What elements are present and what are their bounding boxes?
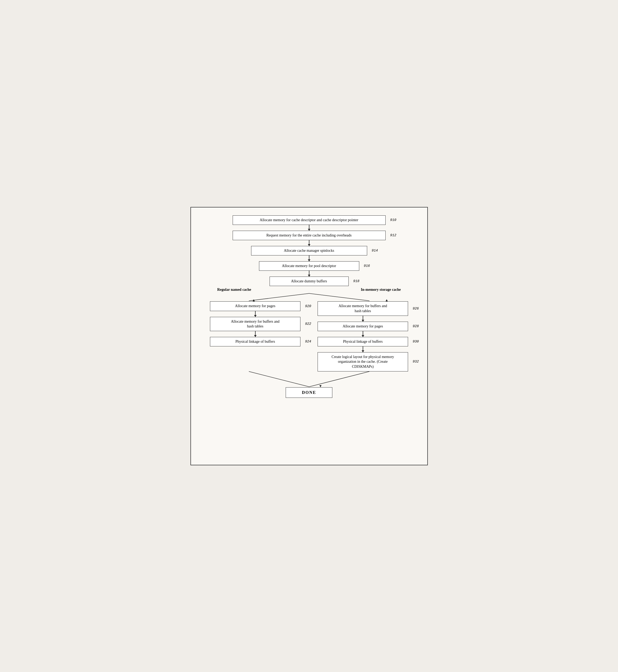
box-932: Create logical layout for physical memor… [318, 352, 408, 372]
arrow-914-916 [309, 255, 309, 261]
ref-918: 918 [353, 279, 359, 284]
fork-svg [202, 293, 417, 301]
box-920: Allocate memory for pages 920 [210, 301, 300, 311]
box-912: Request memory for the entire cache incl… [233, 231, 386, 240]
svg-marker-3 [386, 299, 388, 301]
ref-914: 914 [372, 249, 378, 253]
diagram: Allocate memory for cache descriptor and… [202, 216, 417, 398]
top-section: Allocate memory for cache descriptor and… [202, 216, 417, 286]
arrow-922-924 [255, 331, 255, 337]
ref-928: 928 [413, 324, 419, 328]
box-924: Physical linkage of buffers 924 [210, 337, 300, 347]
arrow-910-912 [309, 225, 309, 231]
box-914: Allocate cache manager spinlocks 914 [251, 246, 367, 255]
arrow-920-922 [255, 311, 255, 317]
box-916: Allocate memory for pool descriptor 916 [259, 261, 359, 271]
ref-926: 926 [413, 306, 419, 311]
ref-910: 910 [390, 218, 396, 222]
box-928: Allocate memory for pages 928 [318, 322, 408, 331]
box-910: Allocate memory for cache descriptor and… [233, 216, 386, 225]
page: Allocate memory for cache descriptor and… [190, 207, 428, 465]
ref-920: 920 [305, 304, 311, 308]
right-branch-label: In-memory storage cache [361, 288, 401, 292]
box-922: Allocate memory for buffers andhash tabl… [210, 317, 300, 331]
svg-line-1 [309, 293, 369, 301]
svg-line-0 [249, 293, 309, 301]
converge-svg [202, 372, 417, 387]
ref-932: 932 [413, 360, 419, 364]
arrow-916-918 [309, 271, 309, 277]
ref-916: 916 [364, 264, 370, 268]
svg-marker-6 [319, 385, 321, 387]
done-row: DONE [202, 387, 417, 398]
ref-930: 930 [413, 340, 419, 344]
svg-line-4 [249, 372, 309, 387]
ref-912: 912 [390, 233, 396, 238]
left-branch-col: Allocate memory for pages 920 Allocate m… [210, 301, 300, 347]
box-930: Physical linkage of buffers 930 [318, 337, 408, 347]
arrow-930-932 [363, 347, 363, 352]
branch-labels: Regular named cache In-memory storage ca… [202, 288, 417, 292]
left-branch-label: Regular named cache [217, 288, 251, 292]
svg-line-5 [309, 372, 369, 387]
ref-924: 924 [305, 340, 311, 344]
ref-922: 922 [305, 322, 311, 326]
arrow-926-928 [363, 316, 363, 322]
right-branch-col: Allocate memory for buffers andhash tabl… [318, 301, 408, 371]
done-box: DONE [286, 387, 332, 398]
arrow-928-930 [363, 331, 363, 337]
box-926: Allocate memory for buffers andhash tabl… [318, 301, 408, 315]
arrow-912-914 [309, 240, 309, 246]
box-918: Allocate dummy buffers 918 [270, 277, 349, 286]
